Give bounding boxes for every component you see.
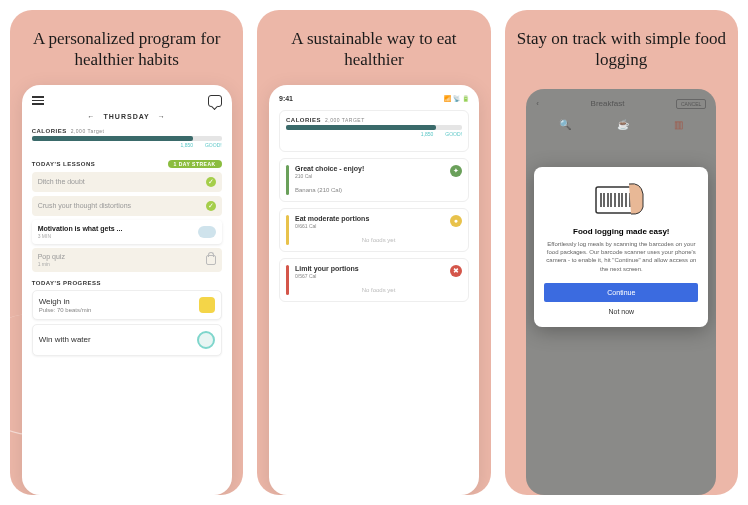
check-icon <box>206 177 216 187</box>
phone-mock-2: 9:41 📶📡🔋 CALORIES 2,000 TARGET 1,850 GOO… <box>269 85 479 496</box>
food-group-title: Eat moderate portions <box>295 215 369 222</box>
calories-label: CALORIES <box>32 128 67 134</box>
food-bar-green <box>286 165 289 195</box>
food-group[interactable]: Great choice - enjoy! 210 Cal ✦ Banana (… <box>279 158 469 202</box>
lesson-row[interactable]: Ditch the doubt <box>32 172 222 192</box>
modal-body: Effortlessly log meals by scanning the b… <box>544 240 698 274</box>
menu-icon[interactable] <box>32 96 44 105</box>
lessons-header: TODAY'S LESSONS <box>32 161 96 167</box>
prev-day-arrow[interactable]: ← <box>88 113 96 120</box>
barcode-modal: Food logging made easy! Effortlessly log… <box>534 167 708 328</box>
calorie-progress-bar <box>32 136 222 141</box>
lesson-title: Ditch the doubt <box>38 178 85 185</box>
headline: A personalized program for healthier hab… <box>20 28 233 71</box>
calorie-progress-bar <box>286 125 462 130</box>
calories-target: 2,000 TARGET <box>325 117 365 123</box>
progress-header: TODAY'S PROGRESS <box>32 280 101 286</box>
search-icon[interactable]: 🔍 <box>559 119 571 130</box>
food-bar-red <box>286 265 289 295</box>
progress-current: 1,850 <box>180 142 193 148</box>
headline: Stay on track with simple food logging <box>515 28 728 71</box>
continue-button[interactable]: Continue <box>544 283 698 302</box>
barcode-illustration <box>591 179 651 219</box>
calories-label: CALORIES <box>286 117 321 123</box>
progress-row[interactable]: Weigh in Pulse: 70 beats/min <box>32 290 222 320</box>
food-group-title: Great choice - enjoy! <box>295 165 364 172</box>
promo-panel-1: A personalized program for healthier hab… <box>10 10 243 495</box>
check-icon <box>206 201 216 211</box>
progress-sub: Pulse: 70 beats/min <box>39 307 92 313</box>
lock-icon <box>206 255 216 265</box>
promo-panel-2: A sustainable way to eat healthier 9:41 … <box>257 10 490 495</box>
limit-icon: ✖ <box>450 265 462 277</box>
food-item: Banana (210 Cal) <box>295 187 462 193</box>
back-icon[interactable]: ‹ <box>536 99 539 108</box>
no-food-label: No foods yet <box>295 287 462 293</box>
lesson-title: Motivation is what gets ... <box>38 225 123 232</box>
status-time: 9:41 <box>279 95 293 102</box>
good-icon: ✦ <box>450 165 462 177</box>
lesson-row[interactable]: Pop quiz 1 min <box>32 248 222 272</box>
food-group-sub: 0/661 Cal <box>295 223 369 229</box>
moderate-icon: ● <box>450 215 462 227</box>
phone-mock-1: ← THURSDAY → CALORIES 2,000 Target 1,850… <box>22 85 232 496</box>
progress-title: Weigh in <box>39 297 70 306</box>
chat-icon[interactable] <box>208 95 222 107</box>
food-group-title: Limit your portions <box>295 265 359 272</box>
progress-current: 1,850 <box>421 131 434 137</box>
lesson-row[interactable]: Motivation is what gets ... 3 MIN <box>32 220 222 244</box>
food-group-sub: 0/567 Cal <box>295 273 359 279</box>
headline: A sustainable way to eat healthier <box>267 28 480 71</box>
modal-title: Food logging made easy! <box>544 227 698 236</box>
cloud-icon <box>198 226 216 238</box>
lesson-sub: 1 min <box>38 261 65 267</box>
food-bar-yellow <box>286 215 289 245</box>
food-group[interactable]: Limit your portions 0/567 Cal ✖ No foods… <box>279 258 469 302</box>
barcode-tab-icon[interactable]: ▥ <box>674 119 683 130</box>
cup-icon[interactable]: ☕ <box>617 119 629 130</box>
water-icon <box>197 331 215 349</box>
streak-badge: 1 DAY STREAK <box>168 160 222 168</box>
progress-good: GOOD! <box>445 131 462 137</box>
next-day-arrow[interactable]: → <box>158 113 166 120</box>
calories-target: 2,000 Target <box>71 128 105 134</box>
no-food-label: No foods yet <box>295 237 462 243</box>
not-now-button[interactable]: Not now <box>544 308 698 315</box>
meal-title: Breakfast <box>591 99 625 108</box>
food-group-sub: 210 Cal <box>295 173 364 179</box>
promo-panel-3: Stay on track with simple food logging ‹… <box>505 10 738 495</box>
lesson-title: Crush your thought distortions <box>38 202 131 209</box>
weigh-icon <box>199 297 215 313</box>
food-group[interactable]: Eat moderate portions 0/661 Cal ● No foo… <box>279 208 469 252</box>
progress-good: GOOD! <box>205 142 222 148</box>
lesson-title: Pop quiz <box>38 253 65 260</box>
cancel-button[interactable]: CANCEL <box>676 99 706 109</box>
day-label: THURSDAY <box>104 113 150 120</box>
lesson-row[interactable]: Crush your thought distortions <box>32 196 222 216</box>
status-icons: 📶📡🔋 <box>444 95 469 102</box>
lesson-sub: 3 MIN <box>38 233 123 239</box>
phone-mock-3: ‹ Breakfast CANCEL 🔍 ☕ ▥ <box>526 89 716 496</box>
